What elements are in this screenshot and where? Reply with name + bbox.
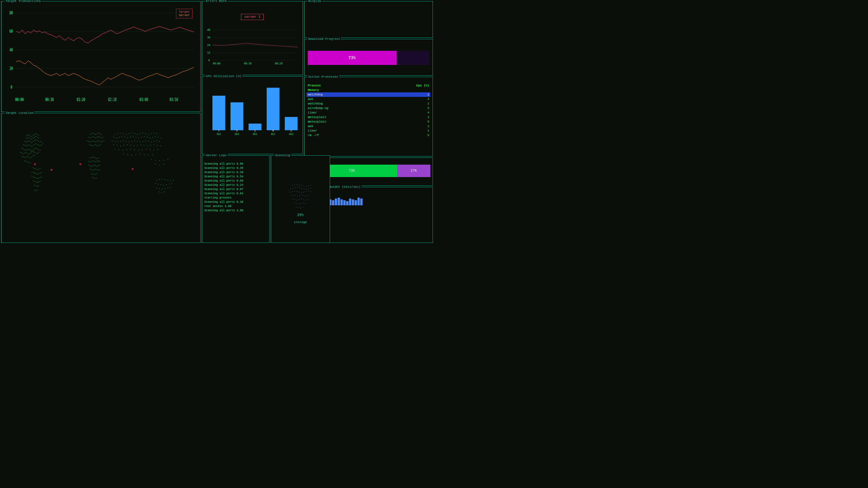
svg-rect-105 <box>29 162 29 163</box>
svg-text:03:50: 03:50 <box>169 97 178 102</box>
svg-rect-342 <box>161 192 162 193</box>
svg-rect-46 <box>38 141 39 142</box>
svg-rect-198 <box>98 160 99 161</box>
svg-text:9: 9 <box>272 129 274 132</box>
process-cpu: 2 <box>381 101 430 106</box>
svg-rect-113 <box>31 172 32 172</box>
svg-rect-283 <box>130 145 131 145</box>
svg-rect-239 <box>151 133 151 134</box>
memory-used-label: 73% <box>349 169 355 173</box>
svg-rect-179 <box>95 144 95 145</box>
process-cpu: 1 <box>381 115 430 120</box>
svg-rect-269 <box>137 141 137 142</box>
svg-rect-170 <box>98 141 99 141</box>
svg-rect-96 <box>27 156 28 157</box>
process-row-meta2: metasploit 0 <box>307 120 430 124</box>
svg-rect-204 <box>94 165 94 165</box>
bar <box>332 200 334 205</box>
svg-rect-41 <box>31 142 32 143</box>
svg-rect-128 <box>41 176 42 177</box>
svg-rect-119 <box>40 173 40 173</box>
svg-rect-431 <box>303 207 304 208</box>
svg-rect-142 <box>90 134 90 135</box>
svg-rect-92 <box>22 156 22 157</box>
svg-rect-173 <box>102 141 103 142</box>
svg-rect-64 <box>22 148 22 149</box>
svg-rect-148 <box>98 133 99 133</box>
process-cpu: 4 <box>381 97 430 101</box>
svg-text:0: 0 <box>10 84 12 90</box>
svg-rect-304 <box>158 150 158 150</box>
svg-rect-280 <box>120 145 121 146</box>
svg-rect-45 <box>37 140 38 141</box>
svg-rect-309 <box>140 154 141 154</box>
svg-rect-88 <box>34 152 35 153</box>
download-progress-panel: Download Progress 73% <box>304 39 433 76</box>
process-row-airodump: airodump-ng 5 <box>307 106 430 110</box>
svg-rect-233 <box>134 133 135 134</box>
col-process-header: Process <box>307 83 381 88</box>
svg-rect-86 <box>31 152 32 152</box>
svg-rect-178 <box>93 145 94 145</box>
bar <box>349 198 351 205</box>
svg-text:US2: US2 <box>235 133 239 135</box>
svg-rect-53 <box>29 144 29 145</box>
svg-rect-63 <box>43 143 43 144</box>
svg-rect-136 <box>36 186 36 186</box>
log-line: Scanning all ports 0.81 <box>204 192 267 196</box>
svg-rect-403 <box>308 191 309 192</box>
svg-rect-169 <box>97 141 97 142</box>
process-row-watchdog-hl: watchdog 1 <box>307 92 430 97</box>
svg-text:AS2: AS2 <box>289 133 293 135</box>
svg-rect-186 <box>93 157 93 157</box>
log-line: Scanning all ports 0.07 <box>204 187 267 192</box>
process-row-meta1: metasploit 1 <box>307 115 430 120</box>
svg-rect-125 <box>37 178 38 179</box>
svg-rect-123 <box>34 177 35 177</box>
svg-rect-151 <box>88 137 89 137</box>
svg-rect-418 <box>301 198 302 199</box>
svg-rect-230 <box>126 134 126 135</box>
bar <box>346 201 348 205</box>
svg-rect-395 <box>290 192 290 193</box>
svg-rect-32 <box>34 137 35 137</box>
svg-rect-29 <box>30 138 31 139</box>
svg-text:00:00: 00:00 <box>213 62 220 65</box>
memory-subheader: Memory <box>307 88 430 92</box>
svg-rect-156 <box>95 138 96 138</box>
process-row-timer2: timer 2 <box>307 129 430 133</box>
svg-rect-80 <box>23 153 24 154</box>
svg-rect-425 <box>300 203 301 204</box>
svg-text:storage: storage <box>294 220 307 224</box>
svg-text:12: 12 <box>207 52 210 54</box>
svg-rect-238 <box>148 134 149 135</box>
svg-rect-43 <box>34 140 35 141</box>
svg-rect-406 <box>292 195 293 195</box>
svg-rect-379 <box>299 185 300 185</box>
svg-text:7: 7 <box>218 129 220 132</box>
svg-rect-133 <box>38 182 39 182</box>
svg-rect-177 <box>92 145 93 146</box>
svg-rect-189 <box>97 158 97 159</box>
svg-text:0: 0 <box>208 59 210 62</box>
svg-text:48: 48 <box>207 29 210 31</box>
process-name: timer <box>307 110 381 115</box>
svg-rect-377 <box>294 185 295 185</box>
svg-rect-35 <box>38 138 39 138</box>
svg-rect-301 <box>146 149 146 150</box>
scanning-svg: 29% storage <box>278 176 323 227</box>
svg-rect-299 <box>138 150 139 151</box>
svg-rect-87 <box>33 151 33 152</box>
svg-rect-330 <box>160 185 161 185</box>
process-name: watchdog <box>307 101 381 106</box>
target-transactions-title: Target Transactions <box>4 0 42 3</box>
world-map-svg: × × × × <box>4 119 198 224</box>
svg-rect-384 <box>310 185 311 186</box>
svg-rect-182 <box>99 145 99 145</box>
process-name: timer <box>307 129 381 133</box>
svg-rect-392 <box>306 189 307 190</box>
svg-rect-181 <box>97 145 98 146</box>
svg-text:40: 40 <box>9 47 13 52</box>
svg-rect-210 <box>91 169 92 170</box>
svg-rect-228 <box>120 133 121 133</box>
